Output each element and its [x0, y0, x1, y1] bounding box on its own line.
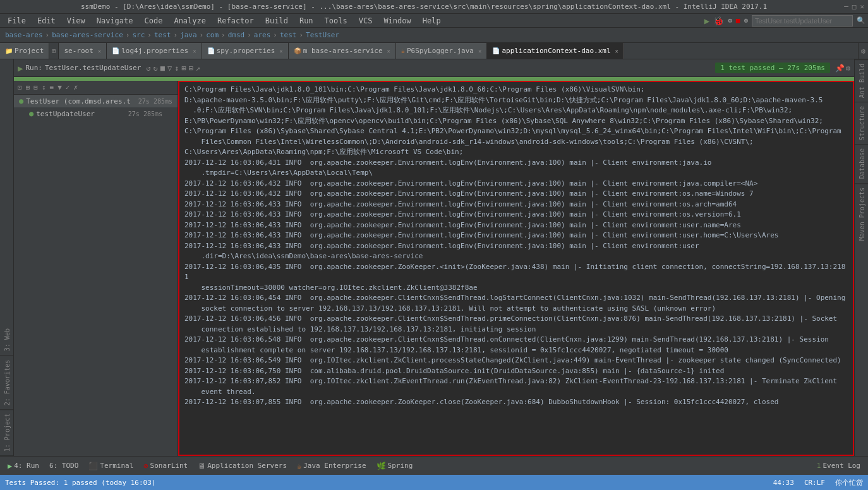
pin-icon[interactable]: 📌: [835, 64, 845, 73]
tab-log4j[interactable]: 📄log4j.properties✕: [107, 43, 202, 59]
tree-btn-5[interactable]: ≡: [49, 82, 56, 93]
menu-view[interactable]: View: [62, 15, 90, 27]
menu-help[interactable]: Help: [418, 15, 446, 27]
tree-root-time: 27s 285ms: [138, 98, 172, 105]
filter-icon[interactable]: ▽: [167, 64, 172, 73]
run-icon-green[interactable]: ▶: [18, 63, 23, 73]
left-tab-favorites[interactable]: 2: Favorites: [0, 356, 13, 410]
java-enterprise-icon: ☕: [297, 462, 301, 470]
sonar-icon: ⊘: [143, 462, 148, 470]
log-line: C:\Program Files (x86)\Sybase\Shared\Syb…: [184, 126, 848, 147]
stop-run-icon[interactable]: ■: [160, 64, 165, 73]
breadcrumb-com[interactable]: com: [206, 31, 219, 39]
tree-btn-8[interactable]: ✗: [72, 82, 79, 93]
left-tab-web[interactable]: 3: Web: [0, 325, 13, 356]
tree-root-label: TestUser (com.dmsd.ares.t: [26, 97, 138, 105]
tab-appcontext[interactable]: 📄applicationContext-dao.xml✕: [487, 43, 624, 59]
tab-p6spy[interactable]: ☕P6SpyLogger.java✕: [396, 43, 487, 59]
tree-btn-3[interactable]: ⊟: [32, 82, 39, 93]
search-icon[interactable]: 🔍: [857, 16, 865, 25]
menu-analyze[interactable]: Analyze: [169, 15, 211, 27]
close-btn[interactable]: ✕: [860, 3, 864, 11]
export-icon[interactable]: ↗: [196, 64, 200, 73]
bottom-tool-bar: ▶ 4: Run 6: TODO ⬛ Terminal ⊘ SonarLint …: [0, 456, 868, 475]
pass-circle-child-icon: ●: [29, 109, 33, 118]
breadcrumb-java[interactable]: java: [180, 31, 197, 39]
menu-tools[interactable]: Tools: [320, 15, 353, 27]
log-line: 2017-12-12 16:03:06,433 INFO org.apache.…: [184, 210, 848, 220]
menu-file[interactable]: File: [3, 15, 31, 27]
search-input[interactable]: [752, 15, 853, 27]
breadcrumb-ares[interactable]: ares: [254, 31, 271, 39]
right-tab-structure[interactable]: Structure: [855, 102, 868, 144]
tree-btn-7[interactable]: ✓: [64, 82, 71, 93]
sonar-bottom-btn[interactable]: ⊘ SonarLint: [138, 460, 193, 472]
console-output[interactable]: C:\Program Files\Java\jdk1.8.0_101\bin;C…: [178, 81, 854, 456]
tree-btn-4[interactable]: ↕: [40, 82, 47, 93]
log-line: 2017-12-12 16:03:06,433 INFO org.apache.…: [184, 220, 848, 231]
collapse-icon[interactable]: ⊟: [189, 64, 193, 73]
run-bottom-btn[interactable]: ▶ 4: Run: [3, 460, 44, 472]
log-line: 2017-12-12 16:03:06,432 INFO org.apache.…: [184, 189, 848, 200]
tree-btn-6[interactable]: ▼: [56, 82, 63, 93]
log-line: 2017-12-12 16:03:06,456 INFO org.apache.…: [184, 314, 848, 335]
tree-root-item[interactable]: ● TestUser (com.dmsd.ares.t 27s 285ms: [14, 95, 178, 107]
minimize-btn[interactable]: ─: [844, 3, 848, 11]
menu-code[interactable]: Code: [140, 15, 168, 27]
breadcrumb-service[interactable]: base-ares-service: [52, 31, 123, 39]
stop-icon[interactable]: ■: [736, 16, 740, 25]
menu-edit[interactable]: Edit: [32, 15, 61, 27]
status-encoding: CR:LF: [804, 479, 825, 487]
menu-build[interactable]: Build: [260, 15, 293, 27]
log-line: C:\Users\Ares\AppData\Roaming\npm;F:\应用软…: [184, 147, 848, 158]
menu-window[interactable]: Window: [378, 15, 416, 27]
settings-run-icon[interactable]: ⚙: [846, 64, 850, 73]
title-text: ssmDemo - [D:\Ares\idea\ssmDemo] - [base…: [4, 3, 844, 11]
breadcrumb-testuser[interactable]: TestUser: [306, 31, 339, 39]
breadcrumb-base-ares[interactable]: base-ares: [5, 31, 43, 39]
terminal-bottom-btn[interactable]: ⬛ Terminal: [83, 460, 138, 472]
java-enterprise-label: Java Enterprise: [303, 462, 366, 470]
right-tab-db[interactable]: Database: [855, 144, 868, 182]
tab-se-root[interactable]: se-root✕: [59, 43, 107, 59]
breadcrumb-test[interactable]: test: [154, 31, 171, 39]
tree-btn-2[interactable]: ⊞: [25, 82, 32, 93]
log-line: 2017-12-12 16:03:06,433 INFO org.apache.…: [184, 241, 848, 262]
sonar-label: SonarLint: [150, 462, 188, 470]
tree-child-item[interactable]: ● testUpdateUser 27s 285ms: [14, 107, 178, 120]
spring-btn[interactable]: 🌿 Spring: [371, 460, 418, 472]
debug-icon[interactable]: 🐞: [713, 16, 724, 26]
rerun-failed-icon[interactable]: ↻: [154, 64, 158, 73]
menu-navigate[interactable]: Navigate: [92, 15, 138, 27]
settings-icon[interactable]: ⚙: [744, 16, 748, 25]
right-tab-ant[interactable]: Ant Build: [855, 59, 868, 102]
right-vertical-tabs: Ant Build Structure Database Maven Proje…: [854, 59, 868, 456]
run-icon[interactable]: ▶: [704, 16, 709, 26]
tab-project[interactable]: 📁Project: [0, 43, 49, 59]
tree-child-label: testUpdateUser: [36, 110, 128, 118]
maximize-btn[interactable]: □: [852, 3, 857, 11]
breadcrumb-dmsd[interactable]: dmsd: [228, 31, 245, 39]
expand-icon[interactable]: ⊞: [181, 64, 186, 73]
menu-run[interactable]: Run: [294, 15, 318, 27]
breadcrumb-test2[interactable]: test: [280, 31, 297, 39]
java-enterprise-btn[interactable]: ☕ Java Enterprise: [292, 460, 371, 472]
event-log-btn[interactable]: 1 Event Log: [812, 460, 865, 471]
todo-bottom-label: 6: TODO: [49, 462, 78, 470]
tab-spy[interactable]: 📄spy.properties✕: [202, 43, 289, 59]
app-servers-bottom-btn[interactable]: 🖥 Application Servers: [193, 460, 292, 472]
split-icon[interactable]: ⊞: [52, 47, 56, 54]
test-tree-panel: ⊡ ⊞ ⊟ ↕ ≡ ▼ ✓ ✗ ● TestUser (com.dmsd.are…: [14, 81, 178, 456]
sort-icon[interactable]: ↕: [174, 64, 179, 73]
menu-vcs[interactable]: VCS: [354, 15, 378, 27]
menu-refactor[interactable]: Refactor: [212, 15, 259, 27]
rerun-icon[interactable]: ↺: [146, 64, 150, 73]
right-tab-maven[interactable]: Maven Projects: [855, 183, 868, 244]
tree-btn-1[interactable]: ⊡: [16, 82, 23, 93]
left-tab-project[interactable]: 1: Project: [0, 410, 13, 456]
breadcrumb-src[interactable]: src: [132, 31, 145, 39]
settings-tabs-icon[interactable]: ⚙: [861, 47, 865, 56]
tab-base-ares[interactable]: 📦m base-ares-service✕: [289, 43, 396, 59]
profile-icon[interactable]: ⚙: [728, 16, 732, 25]
todo-bottom-btn[interactable]: 6: TODO: [44, 460, 83, 471]
